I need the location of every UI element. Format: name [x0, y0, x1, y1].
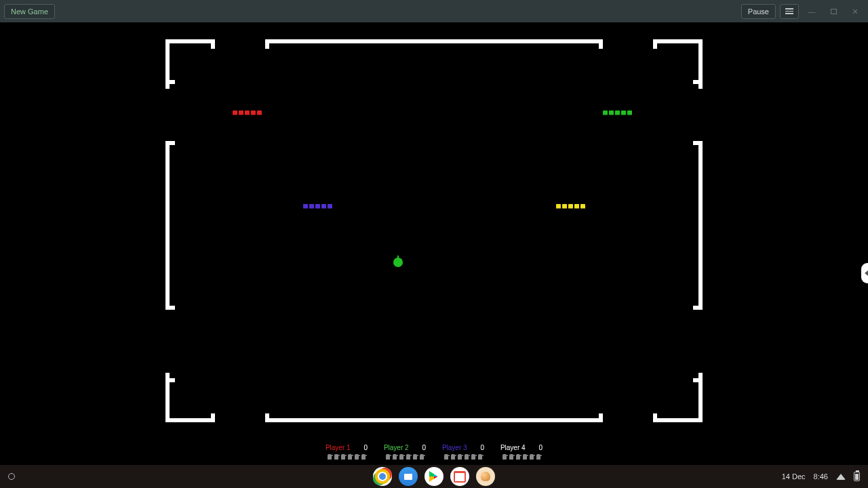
- hamburger-icon: [785, 8, 793, 14]
- launcher-icon[interactable]: [8, 473, 15, 480]
- player-score: 0: [481, 444, 485, 451]
- taskbar: 14 Dec 8:46: [0, 465, 868, 488]
- window-close-button[interactable]: ×: [846, 4, 864, 19]
- apple-item: [393, 258, 403, 267]
- score-player-2: Player 2 0: [381, 444, 429, 460]
- window-maximize-button[interactable]: [825, 4, 842, 19]
- tray-time: 8:46: [814, 472, 828, 481]
- snake-game-app-icon[interactable]: [476, 467, 495, 486]
- play-store-app-icon[interactable]: [425, 467, 443, 486]
- side-panel-toggle[interactable]: [861, 263, 868, 283]
- snake-player-3: [303, 204, 332, 209]
- score-player-1: Player 1 0: [323, 444, 370, 460]
- game-area[interactable]: Player 1 0 Player 2 0 Player 3 0 Player …: [0, 22, 868, 465]
- snake-player-4: [556, 204, 585, 209]
- files-app-icon[interactable]: [399, 467, 418, 486]
- menu-button[interactable]: [780, 4, 799, 19]
- player-label: Player 4: [500, 444, 526, 451]
- snake-player-2: [603, 110, 632, 115]
- tray-date: 14 Dec: [782, 472, 806, 481]
- snake-player-1: [233, 110, 262, 115]
- new-game-button[interactable]: New Game: [4, 4, 55, 19]
- window-minimize-button[interactable]: —: [803, 4, 821, 19]
- score-player-4: Player 4 0: [498, 444, 545, 460]
- store-app-icon[interactable]: [450, 467, 469, 486]
- player-score: 0: [422, 444, 427, 451]
- taskbar-apps: [373, 467, 495, 486]
- player-label: Player 2: [384, 444, 409, 451]
- score-bar: Player 1 0 Player 2 0 Player 3 0 Player …: [0, 444, 868, 460]
- pause-button[interactable]: Pause: [741, 4, 776, 19]
- wifi-icon: [836, 474, 846, 480]
- system-tray[interactable]: 14 Dec 8:46: [782, 472, 860, 481]
- game-field: [165, 39, 703, 422]
- game-toolbar: New Game Pause — ×: [0, 0, 868, 22]
- player-label: Player 3: [442, 444, 467, 451]
- player-label: Player 1: [326, 444, 351, 451]
- score-player-3: Player 3 0: [439, 444, 487, 460]
- battery-icon: [854, 472, 860, 481]
- maximize-icon: [831, 9, 837, 14]
- player-score: 0: [539, 444, 543, 451]
- chrome-app-icon[interactable]: [373, 467, 392, 486]
- player-score: 0: [364, 444, 368, 451]
